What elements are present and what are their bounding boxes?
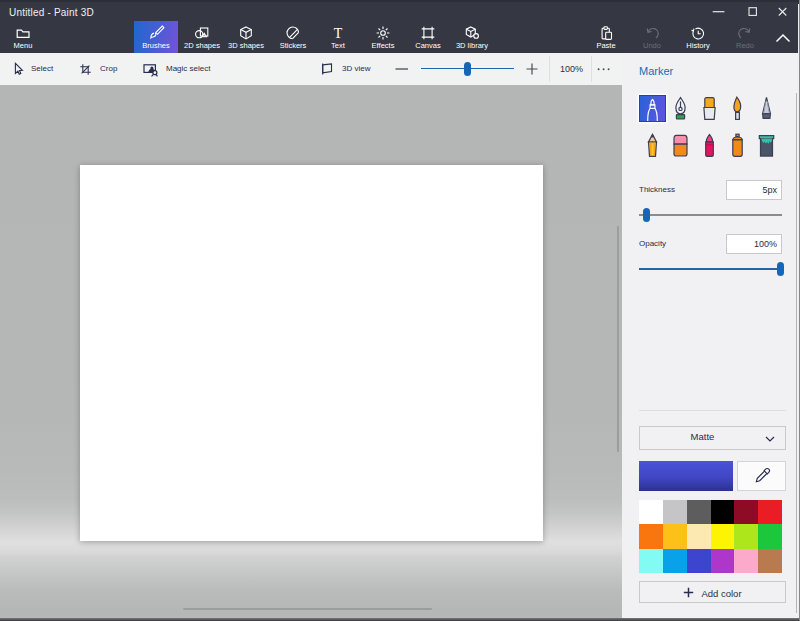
- svg-text:T: T: [334, 26, 343, 41]
